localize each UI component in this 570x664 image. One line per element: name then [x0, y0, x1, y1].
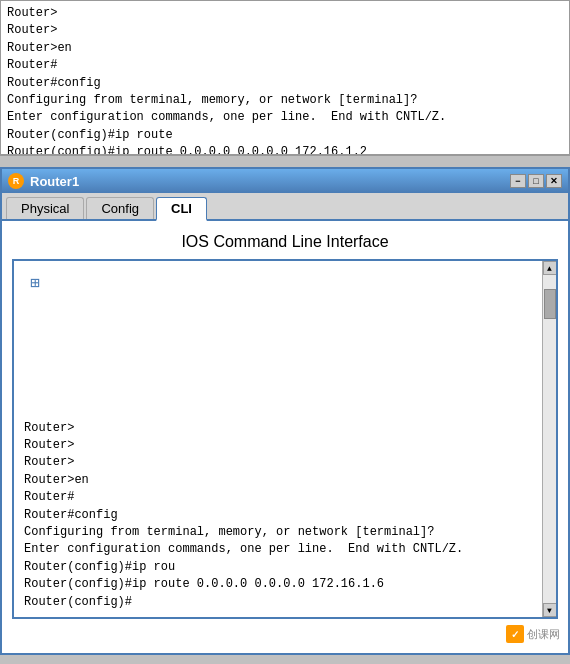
tab-config[interactable]: Config	[86, 197, 154, 219]
tab-physical[interactable]: Physical	[6, 197, 84, 219]
scroll-thumb[interactable]	[544, 289, 556, 319]
watermark-icon: ✓	[506, 625, 524, 643]
tab-bar: Physical Config CLI	[2, 193, 568, 221]
tab-cli[interactable]: CLI	[156, 197, 207, 221]
cli-heading: IOS Command Line Interface	[2, 227, 568, 259]
scrollbar-vertical[interactable]: ▲ ▼	[542, 261, 556, 617]
minimize-button[interactable]: −	[510, 174, 526, 188]
cli-area: IOS Command Line Interface ⊞ Router>Rout…	[2, 221, 568, 653]
top-terminal: Router>Router>Router>enRouter#Router#con…	[0, 0, 570, 155]
watermark-text: 创课网	[527, 627, 560, 642]
expand-icon[interactable]: ⊞	[30, 273, 40, 296]
close-button[interactable]: ✕	[546, 174, 562, 188]
window-title: Router1	[30, 174, 510, 189]
scroll-up-button[interactable]: ▲	[543, 261, 557, 275]
titlebar: R Router1 − □ ✕	[2, 169, 568, 193]
window-controls[interactable]: − □ ✕	[510, 174, 562, 188]
maximize-button[interactable]: □	[528, 174, 544, 188]
cli-terminal[interactable]: ⊞ Router>Router>Router>Router>enRouter#R…	[14, 261, 556, 617]
scroll-down-button[interactable]: ▼	[543, 603, 557, 617]
cli-terminal-wrapper[interactable]: ⊞ Router>Router>Router>Router>enRouter#R…	[12, 259, 558, 619]
router-window: R Router1 − □ ✕ Physical Config CLI IOS …	[0, 167, 570, 655]
divider	[0, 155, 570, 167]
router-icon: R	[8, 173, 24, 189]
cli-terminal-lines: Router>Router>Router>Router>enRouter#Rou…	[24, 420, 546, 611]
terminal-spacer	[24, 300, 546, 420]
top-terminal-lines: Router>Router>Router>enRouter#Router#con…	[7, 5, 563, 155]
watermark: ✓ 创课网	[506, 625, 560, 643]
